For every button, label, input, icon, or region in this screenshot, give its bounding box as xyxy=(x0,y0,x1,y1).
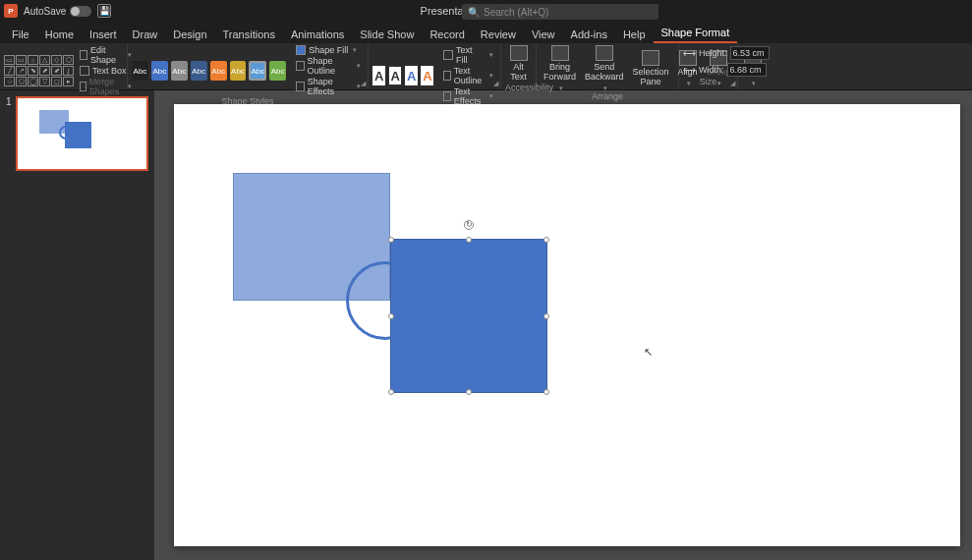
fill-icon xyxy=(296,45,306,55)
dialog-launcher-wordart[interactable]: ◢ xyxy=(493,80,498,87)
group-wordart-styles: A A A A Text Fill▾ Text Outline▾ Text Ef… xyxy=(369,43,501,89)
handle-ne[interactable] xyxy=(543,237,549,243)
search-input[interactable]: 🔍 Search (Alt+Q) xyxy=(462,4,658,20)
merge-shapes-icon xyxy=(80,82,86,91)
height-row: ⟷ Height: xyxy=(683,46,770,60)
tab-shape-format[interactable]: Shape Format xyxy=(654,24,738,43)
group-label-size: Size xyxy=(683,77,733,87)
merge-shapes-button[interactable]: Merge Shapes▾ xyxy=(77,77,135,96)
wordart-swatch-4[interactable]: A xyxy=(421,66,433,85)
width-icon: ⟷ xyxy=(683,65,696,75)
handle-e[interactable] xyxy=(543,313,549,319)
style-swatch-6[interactable]: Abc xyxy=(230,61,247,81)
wordart-swatch-3[interactable]: A xyxy=(405,66,418,85)
shape-outline-button[interactable]: Shape Outline▾ xyxy=(293,56,364,76)
width-label: Width: xyxy=(699,65,724,75)
send-backward-icon xyxy=(596,45,613,61)
group-insert-shapes: ▭▭○△◇⬡ ╱↗⬊⬈⬋{ ☆⬠◯▽◻▸ Edit Shape▾ Text Bo… xyxy=(0,43,128,89)
height-label: Height: xyxy=(699,48,727,58)
text-box-button[interactable]: Text Box xyxy=(77,66,135,76)
autosave-toggle[interactable]: AutoSave xyxy=(24,6,91,17)
selection-pane-button[interactable]: Selection Pane xyxy=(630,50,672,87)
width-input[interactable] xyxy=(727,63,767,77)
slide-editor[interactable]: ↖ xyxy=(154,90,972,560)
dialog-launcher-shape-styles[interactable]: ◢ xyxy=(361,80,366,87)
edit-shape-icon xyxy=(80,50,87,60)
ribbon-tabs: File Home Insert Draw Design Transitions… xyxy=(0,22,972,43)
group-arrange: Bring Forward▾ Send Backward▾ Selection … xyxy=(537,43,679,89)
rotation-handle[interactable] xyxy=(464,220,474,230)
style-swatch-3[interactable]: Abc xyxy=(171,61,188,81)
tab-addins[interactable]: Add-ins xyxy=(563,26,615,43)
slide-canvas[interactable]: ↖ xyxy=(174,104,960,546)
mouse-cursor: ↖ xyxy=(644,346,653,359)
ribbon: ▭▭○△◇⬡ ╱↗⬊⬈⬋{ ☆⬠◯▽◻▸ Edit Shape▾ Text Bo… xyxy=(0,43,972,90)
selection-pane-icon xyxy=(642,50,659,66)
wordart-swatch-1[interactable]: A xyxy=(372,66,385,85)
slide-thumbnail-wrap[interactable]: 1 xyxy=(6,96,148,171)
tab-insert[interactable]: Insert xyxy=(82,26,125,43)
style-swatch-2[interactable]: Abc xyxy=(151,61,168,81)
handle-s[interactable] xyxy=(466,389,472,395)
style-swatch-1[interactable]: Abc xyxy=(132,61,148,81)
search-icon: 🔍 xyxy=(468,7,480,18)
text-outline-button[interactable]: Text Outline▾ xyxy=(440,66,496,85)
group-accessibility: Alt Text Accessibility xyxy=(501,43,537,89)
tab-draw[interactable]: Draw xyxy=(125,26,166,43)
tab-slideshow[interactable]: Slide Show xyxy=(352,26,422,43)
text-box-icon xyxy=(80,66,89,76)
autosave-label: AutoSave xyxy=(24,6,66,17)
dialog-launcher-size[interactable]: ◢ xyxy=(730,80,735,87)
bring-forward-button[interactable]: Bring Forward▾ xyxy=(541,45,579,91)
edit-shape-button[interactable]: Edit Shape▾ xyxy=(77,45,135,65)
alt-text-icon xyxy=(510,45,528,61)
handle-nw[interactable] xyxy=(388,237,394,243)
powerpoint-icon: P xyxy=(4,4,18,18)
shape-gallery[interactable]: ▭▭○△◇⬡ ╱↗⬊⬈⬋{ ☆⬠◯▽◻▸ xyxy=(4,55,74,86)
wordart-swatch-2[interactable]: A xyxy=(388,66,402,85)
slide-panel[interactable]: 1 xyxy=(0,90,154,560)
shape-selected-rectangle[interactable] xyxy=(390,239,547,393)
save-icon[interactable]: 💾 xyxy=(97,4,111,18)
text-outline-icon xyxy=(443,71,450,81)
tab-design[interactable]: Design xyxy=(165,26,214,43)
tab-animations[interactable]: Animations xyxy=(283,26,352,43)
alt-text-button[interactable]: Alt Text xyxy=(505,45,532,83)
text-fill-button[interactable]: Text Fill▾ xyxy=(440,45,496,65)
tab-help[interactable]: Help xyxy=(615,26,654,43)
handle-w[interactable] xyxy=(388,313,394,319)
workspace: 1 ↖ xyxy=(0,90,972,560)
handle-sw[interactable] xyxy=(388,389,394,395)
shape-fill-button[interactable]: Shape Fill▾ xyxy=(293,45,364,55)
slide-thumbnail-1[interactable] xyxy=(16,96,148,171)
width-row: ⟷ Width: xyxy=(683,63,767,77)
outline-icon xyxy=(296,61,304,71)
tab-file[interactable]: File xyxy=(4,26,37,43)
tab-record[interactable]: Record xyxy=(422,26,472,43)
style-swatch-5[interactable]: Abc xyxy=(210,61,227,81)
slide-number: 1 xyxy=(6,96,12,171)
style-swatch-7[interactable]: Abc xyxy=(249,61,266,81)
style-swatch-8[interactable]: Abc xyxy=(269,61,286,81)
handle-n[interactable] xyxy=(466,237,472,243)
tab-view[interactable]: View xyxy=(524,26,563,43)
group-shape-styles: Abc Abc Abc Abc Abc Abc Abc Abc Shape Fi… xyxy=(128,43,369,89)
titlebar: P AutoSave 💾 Presentation1 - PowerPoint … xyxy=(0,0,972,22)
toggle-off-icon[interactable] xyxy=(70,6,91,17)
text-fill-icon xyxy=(443,50,453,60)
handle-se[interactable] xyxy=(543,389,549,395)
bring-forward-icon xyxy=(551,45,569,61)
tab-review[interactable]: Review xyxy=(473,26,524,43)
thumb-rect-dark xyxy=(65,122,91,148)
group-size: ⟷ Height: ⟷ Width: Size ◢ xyxy=(679,43,738,89)
tab-home[interactable]: Home xyxy=(37,26,82,43)
style-swatch-4[interactable]: Abc xyxy=(191,61,207,81)
height-icon: ⟷ xyxy=(683,48,696,58)
send-backward-button[interactable]: Send Backward▾ xyxy=(582,45,627,91)
tab-transitions[interactable]: Transitions xyxy=(215,26,283,43)
height-input[interactable] xyxy=(730,46,770,60)
search-placeholder: Search (Alt+Q) xyxy=(484,7,548,18)
